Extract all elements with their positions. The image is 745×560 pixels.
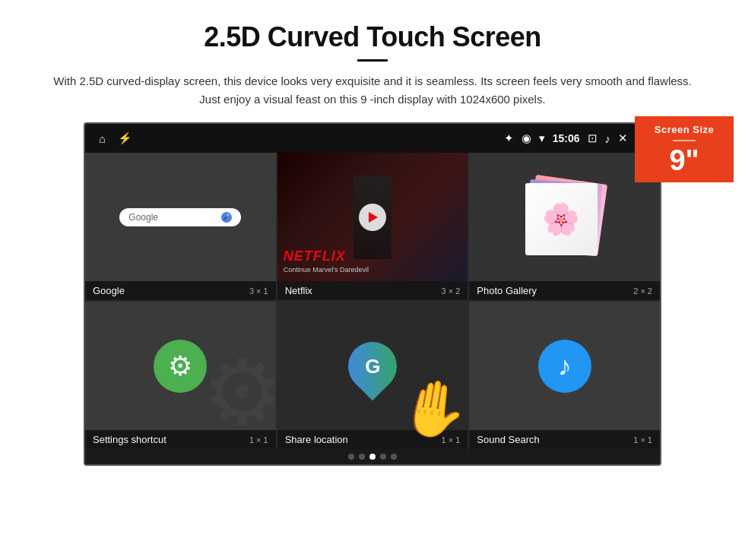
google-app-content: Google 🎤 (85, 153, 276, 281)
sound-app-content: ♪ (469, 302, 660, 430)
google-mic-icon[interactable]: 🎤 (221, 212, 232, 223)
app-grid: Google 🎤 Google 3 × 1 (85, 153, 660, 449)
netflix-play-button[interactable] (359, 204, 386, 231)
sound-icon-circle: ♪ (538, 340, 591, 393)
nav-dot-5[interactable] (391, 454, 397, 460)
netflix-overlay: NETFLIX Continue Marvel's Daredevil (284, 248, 369, 274)
gallery-app-name: Photo Gallery (477, 285, 537, 296)
camera-icon[interactable]: ⊡ (588, 131, 598, 145)
page-description: With 2.5D curved-display screen, this de… (53, 72, 692, 109)
hand-pointer-icon: 🤚 (395, 372, 468, 447)
nav-dot-1[interactable] (348, 454, 354, 460)
google-app-cell[interactable]: Google 🎤 Google 3 × 1 (85, 153, 276, 300)
page-title: 2.5D Curved Touch Screen (204, 21, 541, 53)
netflix-subtitle: Continue Marvel's Daredevil (284, 266, 369, 274)
gallery-stack: 🌸 (523, 176, 607, 259)
gallery-app-content: 🌸 (469, 153, 660, 281)
status-bar: ⌂ ⚡ ✦ ◉ ▾ 15:06 ⊡ ♪ ✕ ▭ (85, 124, 660, 153)
status-bar-right: ✦ ◉ ▾ 15:06 ⊡ ♪ ✕ ▭ (504, 131, 646, 145)
volume-icon[interactable]: ♪ (605, 132, 611, 145)
dot-navigation (85, 449, 660, 464)
badge-size: 9" (641, 146, 728, 175)
device-wrapper: Screen Size 9" ⌂ ⚡ ✦ ◉ ▾ 15:06 ⊡ ♪ ✕ ▭ (84, 122, 661, 466)
google-search-bar[interactable]: Google 🎤 (119, 208, 241, 226)
netflix-label-row: Netflix 3 × 2 (277, 281, 468, 300)
device-screen: ⌂ ⚡ ✦ ◉ ▾ 15:06 ⊡ ♪ ✕ ▭ Googl (84, 122, 661, 466)
google-label-row: Google 3 × 1 (85, 281, 276, 300)
home-icon[interactable]: ⌂ (99, 132, 106, 145)
badge-divider (673, 140, 696, 141)
nav-dot-4[interactable] (380, 454, 386, 460)
sound-app-name: Sound Search (477, 434, 539, 445)
wifi-icon: ▾ (539, 131, 545, 145)
settings-app-cell[interactable]: ⚙ ⚙ Settings shortcut 1 × 1 (85, 302, 276, 449)
netflix-app-cell[interactable]: NETFLIX Continue Marvel's Daredevil Netf… (277, 153, 468, 300)
netflix-app-name: Netflix (285, 285, 312, 296)
status-time: 15:06 (553, 132, 580, 144)
netflix-logo: NETFLIX (284, 248, 369, 264)
settings-app-name: Settings shortcut (93, 434, 166, 445)
screen-size-badge: Screen Size 9" (635, 116, 734, 182)
maps-pin-icon: G (338, 331, 407, 400)
netflix-background: NETFLIX Continue Marvel's Daredevil (277, 153, 468, 281)
maps-g-letter: G (365, 354, 380, 378)
netflix-app-size: 3 × 2 (442, 286, 461, 296)
gallery-app-cell[interactable]: 🌸 Photo Gallery 2 × 2 (469, 153, 660, 300)
nav-dot-2[interactable] (359, 454, 365, 460)
gallery-label-row: Photo Gallery 2 × 2 (469, 281, 660, 300)
badge-title: Screen Size (641, 124, 728, 135)
bluetooth-icon: ✦ (504, 131, 514, 145)
share-app-cell[interactable]: G 🤚 Share location 1 × 1 (277, 302, 468, 449)
gallery-app-size: 2 × 2 (633, 286, 652, 296)
sound-label-row: Sound Search 1 × 1 (469, 430, 660, 449)
google-app-name: Google (93, 285, 125, 296)
google-label: Google (128, 212, 158, 223)
share-app-content: G 🤚 (277, 302, 468, 430)
gallery-card-3: 🌸 (525, 183, 598, 255)
sound-note-icon: ♪ (558, 350, 572, 382)
google-app-size: 3 × 1 (249, 286, 268, 296)
sound-app-cell[interactable]: ♪ Sound Search 1 × 1 (469, 302, 660, 449)
status-bar-left: ⌂ ⚡ (99, 131, 132, 145)
sound-app-size: 1 × 1 (633, 435, 652, 445)
usb-icon: ⚡ (118, 131, 132, 145)
share-app-name: Share location (285, 434, 348, 445)
nav-dot-3-active[interactable] (369, 454, 376, 460)
netflix-app-content: NETFLIX Continue Marvel's Daredevil (277, 153, 468, 281)
title-underline (357, 59, 388, 62)
settings-icon-circle: ⚙ (154, 340, 207, 393)
location-icon: ◉ (522, 131, 531, 145)
flower-icon: 🌸 (542, 201, 580, 237)
settings-app-content: ⚙ ⚙ (85, 302, 276, 430)
settings-gear-icon: ⚙ (168, 350, 192, 382)
settings-bg-gear: ⚙ (201, 340, 276, 445)
display-icon[interactable]: ✕ (618, 131, 628, 145)
